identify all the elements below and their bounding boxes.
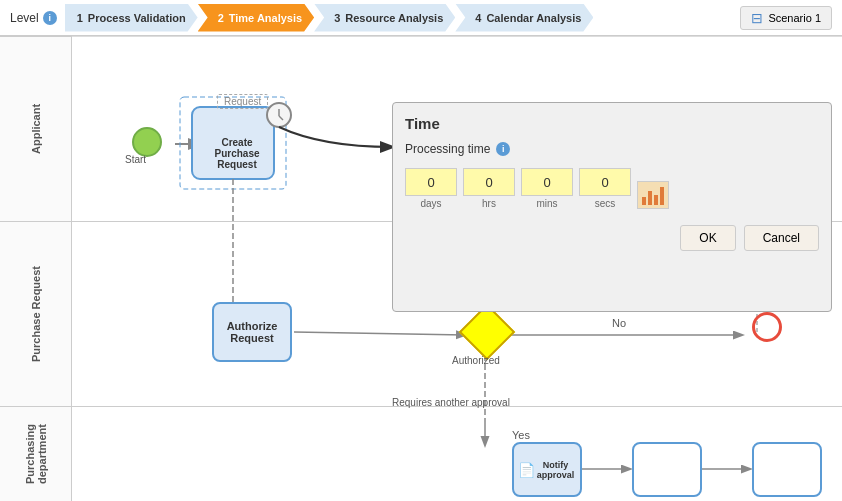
step-4-num: 4 (475, 12, 481, 24)
step-1[interactable]: 1 Process Validation (65, 4, 198, 32)
ok-button[interactable]: OK (680, 225, 735, 251)
main-canvas: Applicant Purchase Request Purchasing de… (0, 36, 842, 501)
requires-approval-label: Requires another approval (392, 397, 510, 408)
processing-time-info-icon[interactable]: i (496, 142, 510, 156)
notify-task[interactable]: 📄 Notify approval (512, 442, 582, 497)
step-3-num: 3 (334, 12, 340, 24)
notify-label: Notify approval (535, 460, 576, 480)
yes-flow-label: Yes (512, 429, 530, 441)
step-2[interactable]: 2 Time Analysis (198, 4, 315, 32)
days-field: days (405, 168, 457, 209)
canvas-purchasing-lane (72, 407, 842, 501)
create-task-label: Create Purchase Request (198, 137, 276, 170)
step-2-label: Time Analysis (229, 12, 302, 24)
bottom-task-3[interactable] (752, 442, 822, 497)
doc-icon: 📄 (518, 462, 535, 478)
process-canvas: Start Request Create Purchase Request Au… (72, 36, 842, 501)
swimlane-labels: Applicant Purchase Request Purchasing de… (0, 36, 72, 501)
panel-buttons: OK Cancel (405, 225, 819, 251)
mins-field: mins (521, 168, 573, 209)
scenario-button[interactable]: ⊟ Scenario 1 (740, 6, 832, 30)
start-node[interactable] (132, 127, 162, 157)
swimlane-applicant: Applicant (0, 36, 71, 221)
start-label: Start (125, 154, 146, 165)
level-info-icon[interactable]: i (43, 11, 57, 25)
secs-label: secs (595, 198, 616, 209)
time-inputs: days hrs mins secs (405, 168, 819, 209)
mins-input[interactable] (521, 168, 573, 196)
top-bar: Level i 1 Process Validation 2 Time Anal… (0, 0, 842, 36)
secs-field: secs (579, 168, 631, 209)
mins-label: mins (536, 198, 557, 209)
steps-nav: 1 Process Validation 2 Time Analysis 3 R… (65, 4, 594, 32)
step-4[interactable]: 4 Calendar Analysis (455, 4, 593, 32)
swimlane-boss: Purchase Request (0, 221, 71, 406)
level-text: Level (10, 11, 39, 25)
chart-bar-4 (660, 187, 664, 205)
level-label: Level i (10, 11, 57, 25)
hrs-label: hrs (482, 198, 496, 209)
processing-time-label: Processing time (405, 142, 490, 156)
time-panel-title: Time (405, 115, 819, 132)
authorize-task-label: Authorize Request (218, 320, 286, 344)
chart-icon[interactable] (637, 181, 669, 209)
hrs-input[interactable] (463, 168, 515, 196)
end-node (752, 312, 782, 342)
no-flow-label: No (612, 317, 626, 329)
chart-bar-2 (648, 191, 652, 205)
step-2-num: 2 (218, 12, 224, 24)
bottom-task-2[interactable] (632, 442, 702, 497)
scenario-label: Scenario 1 (768, 12, 821, 24)
chart-bar-1 (642, 197, 646, 205)
days-input[interactable] (405, 168, 457, 196)
cancel-button[interactable]: Cancel (744, 225, 819, 251)
chart-bar-3 (654, 195, 658, 205)
requires-label-text: Requires another approval (392, 397, 510, 408)
step-1-num: 1 (77, 12, 83, 24)
create-purchase-request-task[interactable]: Create Purchase Request (198, 119, 276, 187)
step-4-label: Calendar Analysis (486, 12, 581, 24)
authorized-label: Authorized (452, 355, 500, 366)
step-3-label: Resource Analysis (345, 12, 443, 24)
request-label: Request (217, 94, 268, 109)
authorize-request-task[interactable]: Authorize Request (212, 302, 292, 362)
time-panel: Time Processing time i days hrs mins (392, 102, 832, 312)
swimlane-purchasing: Purchasing department (0, 406, 71, 501)
secs-input[interactable] (579, 168, 631, 196)
hrs-field: hrs (463, 168, 515, 209)
processing-time-row: Processing time i (405, 142, 819, 156)
step-3[interactable]: 3 Resource Analysis (314, 4, 455, 32)
step-1-label: Process Validation (88, 12, 186, 24)
days-label: days (420, 198, 441, 209)
scenario-icon: ⊟ (751, 10, 763, 26)
